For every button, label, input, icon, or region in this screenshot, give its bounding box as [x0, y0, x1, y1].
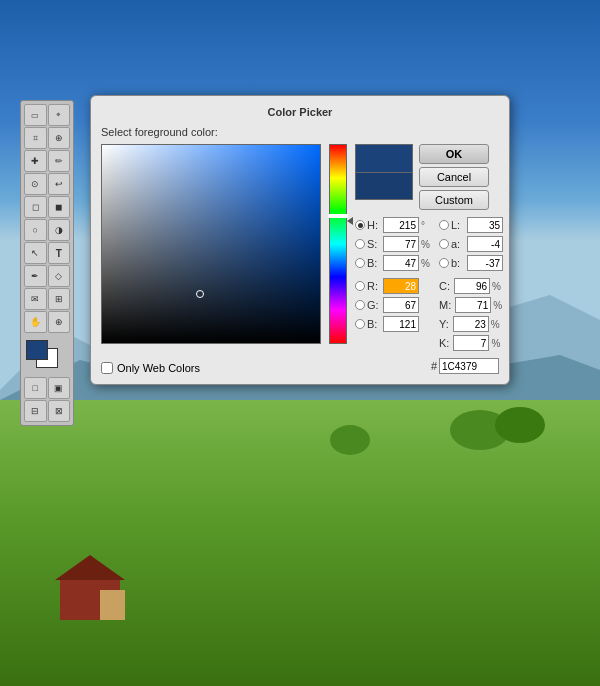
radio-S[interactable]	[355, 239, 365, 249]
color-gradient-dark	[102, 145, 320, 343]
only-web-colors-label: Only Web Colors	[117, 362, 200, 374]
radio-Bblue[interactable]	[355, 319, 365, 329]
input-H[interactable]	[383, 217, 419, 233]
input-R[interactable]	[383, 278, 419, 294]
radio-a[interactable]	[439, 239, 449, 249]
dialog-buttons: OK Cancel Custom	[419, 144, 489, 210]
field-M-row: M: %	[439, 296, 503, 314]
input-L[interactable]	[467, 217, 503, 233]
field-a-row: a:	[439, 235, 503, 253]
input-a[interactable]	[467, 236, 503, 252]
label-Bblue: B:	[367, 318, 381, 330]
label-C: C:	[439, 280, 450, 292]
unit-H: °	[421, 220, 429, 231]
bottom-row: Only Web Colors #	[101, 358, 499, 374]
input-K[interactable]	[453, 335, 489, 351]
label-a: a:	[451, 238, 465, 250]
label-Y: Y:	[439, 318, 449, 330]
only-web-colors-row: Only Web Colors	[101, 362, 200, 374]
unit-K: %	[491, 338, 499, 349]
color-gradient-picker[interactable]	[101, 144, 321, 344]
color-preview-new	[355, 144, 413, 172]
input-Bblue[interactable]	[383, 316, 419, 332]
hex-input[interactable]	[439, 358, 499, 374]
label-S: S:	[367, 238, 381, 250]
color-fields: H: ° S: % B:	[355, 216, 503, 352]
label-R: R:	[367, 280, 381, 292]
custom-button[interactable]: Custom	[419, 190, 489, 210]
label-L: L:	[451, 219, 465, 231]
input-S[interactable]	[383, 236, 419, 252]
left-fields-col: H: ° S: % B:	[355, 216, 429, 352]
color-preview-old	[355, 172, 413, 200]
radio-blab[interactable]	[439, 258, 449, 268]
dialog-title: Color Picker	[101, 106, 499, 118]
spectrum-slider[interactable]	[329, 144, 347, 344]
label-K: K:	[439, 337, 449, 349]
unit-Y: %	[491, 319, 499, 330]
input-B[interactable]	[383, 255, 419, 271]
input-C[interactable]	[454, 278, 490, 294]
unit-S: %	[421, 239, 429, 250]
unit-M: %	[493, 300, 501, 311]
label-blab: b:	[451, 257, 465, 269]
only-web-colors-checkbox[interactable]	[101, 362, 113, 374]
field-B-row: B: %	[355, 254, 429, 272]
field-L-row: L:	[439, 216, 503, 234]
radio-G[interactable]	[355, 300, 365, 310]
label-H: H:	[367, 219, 381, 231]
field-C-row: C: %	[439, 277, 503, 295]
field-S-row: S: %	[355, 235, 429, 253]
unit-C: %	[492, 281, 500, 292]
field-Y-row: Y: %	[439, 315, 503, 333]
unit-B-pct: %	[421, 258, 429, 269]
field-R-row: R:	[355, 277, 429, 295]
right-panel: OK Cancel Custom H: °	[355, 144, 503, 352]
radio-R[interactable]	[355, 281, 365, 291]
label-B: B:	[367, 257, 381, 269]
radio-L[interactable]	[439, 220, 449, 230]
field-K-row: K: %	[439, 334, 503, 352]
dialog-header-label: Select foreground color:	[101, 126, 499, 138]
radio-B[interactable]	[355, 258, 365, 268]
spectrum-indicator	[328, 214, 348, 218]
dialog-overlay: Color Picker Select foreground color:	[0, 0, 600, 686]
color-preview-area	[355, 144, 413, 200]
preview-buttons-row: OK Cancel Custom	[355, 144, 503, 210]
color-picker-dialog: Color Picker Select foreground color:	[90, 95, 510, 385]
label-G: G:	[367, 299, 381, 311]
spectrum-container	[329, 144, 347, 352]
input-blab[interactable]	[467, 255, 503, 271]
hex-row: #	[431, 358, 499, 374]
field-blab-row: b:	[439, 254, 503, 272]
input-Y[interactable]	[453, 316, 489, 332]
right-fields-col: L: a: b:	[439, 216, 503, 352]
radio-H[interactable]	[355, 220, 365, 230]
input-M[interactable]	[455, 297, 491, 313]
ok-button[interactable]: OK	[419, 144, 489, 164]
field-G-row: G:	[355, 296, 429, 314]
label-M: M:	[439, 299, 451, 311]
input-G[interactable]	[383, 297, 419, 313]
dialog-body: OK Cancel Custom H: °	[101, 144, 499, 352]
field-H-row: H: °	[355, 216, 429, 234]
field-Bblue-row: B:	[355, 315, 429, 333]
spectrum-arrow	[347, 217, 353, 225]
cancel-button[interactable]: Cancel	[419, 167, 489, 187]
hash-symbol: #	[431, 360, 437, 372]
